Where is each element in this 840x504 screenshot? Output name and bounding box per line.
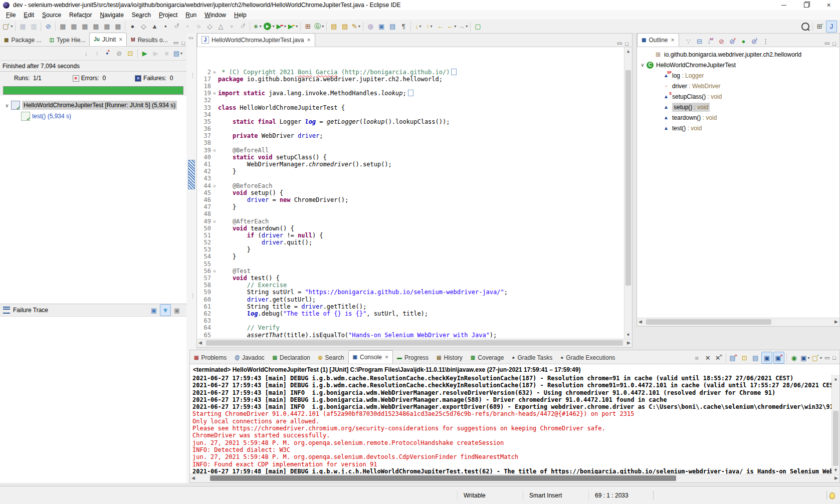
menu-source[interactable]: Source — [38, 11, 65, 19]
fold-marker-icon[interactable]: ⊖ — [211, 147, 218, 154]
remove-launch-icon[interactable]: ✕ — [703, 352, 713, 363]
outline-item-helloworldchromejupitertest[interactable]: ∨CHelloWorldChromeJupiterTest — [637, 60, 839, 70]
marker-triangle2-icon[interactable]: △ — [216, 21, 226, 32]
compare-layered-icon[interactable]: ▣ — [172, 305, 182, 316]
tab-close-icon[interactable]: × — [307, 37, 311, 44]
coverage-run-icon[interactable]: ▶▂▾ — [276, 21, 286, 32]
maximize-outline-icon[interactable]: □ — [832, 41, 836, 47]
minimize-editor-icon[interactable]: ▭ — [617, 40, 622, 47]
show-skipped-icon[interactable]: ⊘ — [114, 48, 124, 59]
tab-javadoc[interactable]: @Javadoc — [231, 351, 268, 364]
rerun-failed-icon[interactable]: ▶ — [151, 48, 161, 59]
terminate-icon[interactable]: ■ — [692, 352, 702, 363]
tab-console[interactable]: ▣Console× — [348, 350, 393, 364]
maximize-console-icon[interactable]: □ — [832, 355, 836, 361]
mark-occurrences-icon[interactable]: ✎▾ — [351, 21, 361, 32]
prev-annotation-icon[interactable]: ↑▾ — [424, 21, 434, 32]
tab-problems[interactable]: ▤Problems — [190, 351, 231, 364]
fold-marker-icon[interactable]: ⊕ — [211, 69, 218, 76]
console-hscroll-thumb[interactable] — [210, 475, 676, 481]
back-icon[interactable]: ←▾ — [446, 21, 457, 32]
console-scroll-right-icon[interactable]: ▶ — [834, 475, 838, 480]
hide-static-icon[interactable]: ⊘s — [728, 36, 738, 47]
menu-search[interactable]: Search — [128, 11, 155, 19]
show-on-stdout-icon[interactable]: ▣ — [761, 352, 772, 364]
console-scroll-lock-icon[interactable]: ⊡ — [739, 352, 749, 363]
compare-result-icon[interactable]: ▣ — [149, 305, 159, 316]
menu-window[interactable]: Window — [200, 11, 230, 19]
word-wrap-icon[interactable]: ▤ — [750, 352, 760, 363]
failure-trace-menu-icon[interactable] — [3, 307, 10, 314]
console-scroll-left-icon[interactable]: ◀ — [191, 475, 195, 480]
tab-progress[interactable]: ▬Progress — [393, 351, 433, 364]
outline-item-setup[interactable]: ▲setup() : void — [637, 102, 839, 112]
tab-search[interactable]: ◎Search — [314, 351, 348, 364]
scroll-right-icon[interactable]: ▶ — [627, 340, 631, 345]
tip-lamp-icon[interactable] — [829, 492, 835, 499]
tab-gradle-tasks[interactable]: ●Gradle Tasks — [508, 351, 556, 364]
show-failures-only-icon[interactable]: ▪✕ — [103, 48, 113, 59]
marker-diamond2-icon[interactable]: ◇ — [204, 21, 215, 32]
marker-dot2-icon[interactable]: ◦ — [182, 21, 192, 32]
tab-junit[interactable]: JuJUnit× — [89, 33, 127, 46]
tab-package[interactable]: ▦Package ... — [0, 34, 46, 46]
failure-trace-body[interactable] — [0, 317, 186, 483]
marker-triangle-icon[interactable]: ▲ — [149, 21, 159, 32]
grid-icon-4[interactable]: ▩ — [91, 21, 101, 32]
new-editor-window-icon[interactable]: ▢ — [473, 21, 483, 32]
rerun-test-icon[interactable]: ▶ — [140, 48, 150, 59]
fold-marker-icon[interactable]: ⊕ — [211, 90, 218, 97]
display-console-icon[interactable]: ▣▾ — [800, 352, 810, 363]
tab-close-icon[interactable]: × — [385, 354, 388, 361]
drag-handle2-icon[interactable]: ⋮ — [190, 293, 195, 299]
stop-test-icon[interactable]: ■ — [162, 48, 172, 59]
skip-breakpoints-icon[interactable]: ⊘ — [43, 21, 53, 32]
console-horizontal-scrollbar[interactable]: ◀ ▶ — [190, 474, 839, 482]
run-icon[interactable]: ▶▾ — [263, 21, 275, 32]
menu-refactor[interactable]: Refactor — [65, 11, 96, 19]
outline-item-setupclass[interactable]: ▲SsetupClass() : void — [637, 91, 839, 102]
outline-scroll-left-icon[interactable]: ◀ — [639, 319, 642, 324]
tab-type-hie[interactable]: ◫Type Hie... — [46, 34, 90, 46]
java-perspective-icon[interactable]: J — [826, 21, 837, 33]
hide-non-public-icon[interactable]: ● — [739, 36, 749, 47]
drag-handle-icon[interactable]: ⋮ — [190, 72, 195, 79]
outline-hscroll-thumb[interactable] — [646, 319, 771, 325]
pin-console-icon[interactable]: ◉ — [789, 352, 799, 363]
tab-history[interactable]: ▤History — [433, 351, 467, 364]
marker-script-icon[interactable]: ○s — [171, 21, 181, 32]
restore-view-icon[interactable]: ▭ — [188, 35, 193, 41]
outline-view-menu-icon[interactable]: ⋮ — [761, 36, 771, 47]
marker-circle-icon[interactable]: ○ — [193, 21, 203, 32]
save-all-icon[interactable]: ▥ — [29, 21, 39, 32]
tab-coverage[interactable]: ▥Coverage — [467, 351, 508, 364]
grid-icon-1[interactable]: ▩ — [58, 21, 68, 32]
tab-results-o[interactable]: MResults o... — [127, 34, 171, 46]
fold-marker-icon[interactable]: ⊖ — [211, 182, 218, 189]
show-whitespace-icon[interactable]: ¶ — [398, 21, 408, 32]
next-annotation-icon[interactable]: ↓▾ — [413, 21, 423, 32]
outline-item-log[interactable]: ▲SFlog : Logger — [637, 70, 839, 81]
editor-hscroll-thumb[interactable] — [206, 340, 623, 346]
forward-icon[interactable]: →▾ — [458, 21, 468, 32]
sort-icon[interactable]: ↓az — [706, 36, 716, 47]
maximize-view-icon[interactable]: □ — [181, 40, 185, 46]
menu-file[interactable]: File — [2, 11, 20, 19]
scroll-up-icon[interactable]: ▲ — [624, 48, 632, 55]
minimize-console-icon[interactable]: ▭ — [824, 355, 829, 361]
marker-diamond-icon[interactable]: ◇ — [138, 21, 148, 32]
previous-failure-icon[interactable]: ↑ — [92, 48, 102, 59]
scroll-down-icon[interactable]: ▼ — [624, 331, 632, 338]
marker-script2-icon[interactable]: ○s — [238, 21, 248, 32]
show-on-stderr-icon[interactable]: ▣✕ — [773, 352, 784, 364]
save-icon[interactable]: ▦ — [18, 21, 28, 32]
menu-edit[interactable]: Edit — [20, 11, 38, 19]
outline-scroll-right-icon[interactable]: ▶ — [834, 319, 838, 324]
close-button[interactable]: × — [817, 0, 840, 10]
tab-declaration[interactable]: ▤Declaration — [269, 351, 314, 364]
clear-console-icon[interactable]: ▤✕ — [728, 352, 738, 363]
new-wizard-icon[interactable]: ▢+▾ — [2, 21, 13, 32]
outline-item-driver[interactable]: ▫driver : WebDriver — [637, 81, 839, 91]
open-console-icon[interactable]: ▢+▾ — [811, 352, 822, 363]
console-scroll-down-icon[interactable]: ▼ — [832, 466, 839, 473]
